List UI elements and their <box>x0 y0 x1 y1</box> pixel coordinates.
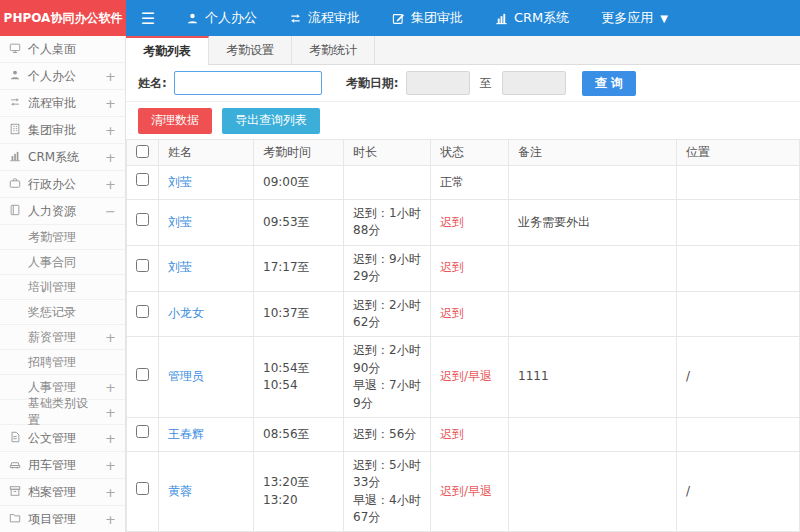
note-cell: 1111 <box>509 337 677 418</box>
location-cell: / <box>677 337 800 418</box>
sidebar-item-admin-office[interactable]: 行政办公 + <box>0 171 125 198</box>
duration-cell <box>344 166 431 200</box>
nav-crm-system[interactable]: CRM系统 <box>479 0 585 36</box>
duration-cell: 迟到：1小时88分 <box>344 200 431 246</box>
sidebar-item-project-mgmt[interactable]: 项目管理 + <box>0 506 125 532</box>
sidebar-item-human-resources[interactable]: 人力资源 − <box>0 198 125 225</box>
table-row: 管理员 10:54至10:54 迟到：2小时90分早退：7小时9分 迟到/早退 … <box>127 337 800 418</box>
sidebar-item-vehicle-mgmt[interactable]: 用车管理 + <box>0 452 125 479</box>
employee-name-link[interactable]: 刘莹 <box>168 260 192 274</box>
name-filter-input[interactable] <box>174 71 322 95</box>
status-cell: 迟到 <box>431 245 509 291</box>
row-checkbox[interactable] <box>136 425 149 438</box>
employee-name-link[interactable]: 管理员 <box>168 369 204 383</box>
status-cell: 正常 <box>431 166 509 200</box>
book-icon <box>9 204 21 219</box>
sidebar-item-recruit-mgmt[interactable]: 招聘管理 <box>0 350 125 375</box>
status-cell: 迟到/早退 <box>431 451 509 532</box>
duration-cell: 迟到：2小时90分早退：7小时9分 <box>344 337 431 418</box>
menu-toggle-icon[interactable]: ☰ <box>126 0 170 36</box>
clean-data-button[interactable]: 清理数据 <box>138 108 212 134</box>
col-header-name: 姓名 <box>159 140 254 166</box>
employee-name-link[interactable]: 黄蓉 <box>168 484 192 498</box>
table-row: 王春辉 08:56至 迟到：56分 迟到 <box>127 417 800 451</box>
attendance-time-cell: 08:56至 <box>254 417 344 451</box>
duration-cell: 迟到：2小时62分 <box>344 291 431 337</box>
col-header-time: 考勤时间 <box>254 140 344 166</box>
location-cell <box>677 245 800 291</box>
nav-more-apps[interactable]: 更多应用 ▼ <box>585 0 684 36</box>
flow-icon <box>9 96 21 111</box>
nav-personal-office[interactable]: 个人办公 <box>170 0 273 36</box>
location-cell <box>677 291 800 337</box>
user-icon <box>186 12 199 25</box>
sidebar-item-personal-office[interactable]: 个人办公 + <box>0 63 125 90</box>
row-checkbox[interactable] <box>136 482 149 495</box>
chart-icon <box>9 150 21 165</box>
flow-icon <box>289 12 302 25</box>
attendance-time-cell: 13:20至13:20 <box>254 451 344 532</box>
tab-attendance-settings[interactable]: 考勤设置 <box>209 36 292 64</box>
nav-workflow-approval[interactable]: 流程审批 <box>273 0 376 36</box>
folder-icon <box>9 512 21 527</box>
select-all-checkbox[interactable] <box>136 145 149 158</box>
sidebar-item-archive-mgmt[interactable]: 档案管理 + <box>0 479 125 506</box>
note-cell <box>509 451 677 532</box>
row-checkbox[interactable] <box>136 173 149 186</box>
tab-attendance-list[interactable]: 考勤列表 <box>126 36 209 65</box>
row-checkbox[interactable] <box>136 213 149 226</box>
sidebar-item-crm-system[interactable]: CRM系统 + <box>0 144 125 171</box>
sidebar-item-workflow-approval[interactable]: 流程审批 + <box>0 90 125 117</box>
status-cell: 迟到/早退 <box>431 337 509 418</box>
date-to-label: 至 <box>480 75 492 92</box>
sidebar-item-document-mgmt[interactable]: 公文管理 + <box>0 425 125 452</box>
action-bar: 清理数据 导出查询列表 <box>126 102 800 139</box>
sidebar-item-training-mgmt[interactable]: 培训管理 <box>0 275 125 300</box>
edit-icon <box>392 12 405 25</box>
sidebar-item-personal-desktop[interactable]: 个人桌面 <box>0 36 125 63</box>
export-list-button[interactable]: 导出查询列表 <box>222 108 320 134</box>
nav-group-approval[interactable]: 集团审批 <box>376 0 479 36</box>
employee-name-link[interactable]: 刘莹 <box>168 175 192 189</box>
note-cell <box>509 291 677 337</box>
table-row: 刘莹 09:00至 正常 <box>127 166 800 200</box>
car-icon <box>9 458 21 473</box>
row-checkbox[interactable] <box>136 305 149 318</box>
archive-icon <box>9 485 21 500</box>
top-nav: 个人办公 流程审批 集团审批 CRM系统 更多应用 ▼ <box>170 0 684 36</box>
briefcase-icon <box>9 177 21 192</box>
date-filter-label: 考勤日期: <box>346 75 399 92</box>
search-button[interactable]: 查 询 <box>582 71 636 96</box>
filter-bar: 姓名: 考勤日期: 至 查 询 <box>126 65 800 102</box>
employee-name-link[interactable]: 王春辉 <box>168 427 204 441</box>
date-to-input[interactable] <box>502 71 566 95</box>
attendance-time-cell: 10:37至 <box>254 291 344 337</box>
sidebar-item-reward-records[interactable]: 奖惩记录 <box>0 300 125 325</box>
duration-cell: 迟到：5小时33分早退：4小时67分 <box>344 451 431 532</box>
col-header-status: 状态 <box>431 140 509 166</box>
user-icon <box>9 69 21 84</box>
attendance-time-cell: 17:17至 <box>254 245 344 291</box>
chart-icon <box>495 12 508 25</box>
col-header-duration: 时长 <box>344 140 431 166</box>
row-checkbox[interactable] <box>136 259 149 272</box>
date-from-input[interactable] <box>406 71 470 95</box>
employee-name-link[interactable]: 刘莹 <box>168 215 192 229</box>
sidebar-item-attendance-mgmt[interactable]: 考勤管理 <box>0 225 125 250</box>
table-header-row: 姓名 考勤时间 时长 状态 备注 位置 <box>127 140 800 166</box>
sidebar-item-salary-mgmt[interactable]: 薪资管理 + <box>0 325 125 350</box>
employee-name-link[interactable]: 小龙女 <box>168 306 204 320</box>
sidebar-item-group-approval[interactable]: 集团审批 + <box>0 117 125 144</box>
duration-cell: 迟到：56分 <box>344 417 431 451</box>
sidebar-item-base-category-settings[interactable]: 基础类别设置 + <box>0 400 125 425</box>
row-checkbox[interactable] <box>136 368 149 381</box>
col-header-note: 备注 <box>509 140 677 166</box>
app: PHPOA协同办公软件 ☰ 个人办公 流程审批 集团审批 CRM系统 更多应用 … <box>0 0 800 532</box>
name-filter-label: 姓名: <box>138 75 167 92</box>
top-bar: PHPOA协同办公软件 ☰ 个人办公 流程审批 集团审批 CRM系统 更多应用 … <box>0 0 800 36</box>
note-cell <box>509 245 677 291</box>
tab-attendance-stats[interactable]: 考勤统计 <box>292 36 375 64</box>
duration-cell: 迟到：9小时29分 <box>344 245 431 291</box>
sidebar-item-hr-contract[interactable]: 人事合同 <box>0 250 125 275</box>
tab-bar: 考勤列表 考勤设置 考勤统计 <box>126 36 800 65</box>
